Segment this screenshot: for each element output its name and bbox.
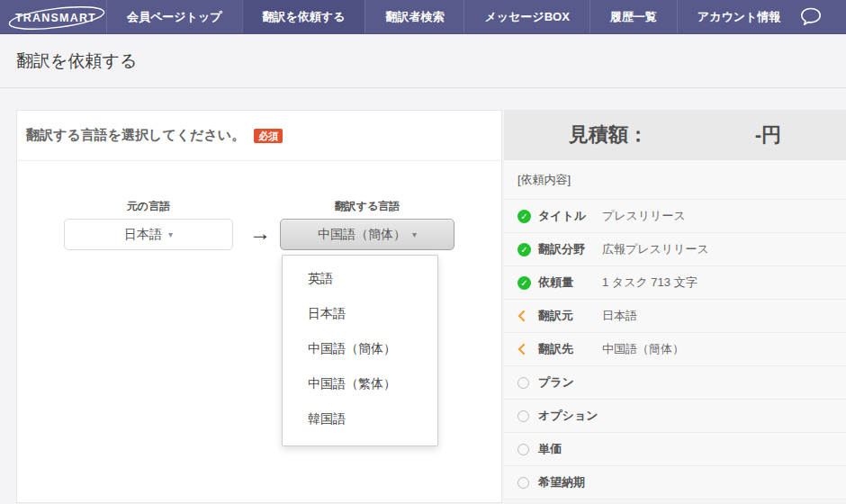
empty-circle-icon (518, 477, 529, 489)
row-value: 日本語 (602, 308, 637, 324)
nav-item-history[interactable]: 履歴一覧 (590, 0, 677, 33)
empty-circle-icon (518, 377, 529, 389)
logo-text: TRANSMART (15, 12, 96, 24)
card-header: 翻訳する言語を選択してください。 必須 (17, 111, 501, 161)
summary-row-unit-price[interactable]: 単価 (504, 433, 846, 466)
dropdown-option-korean[interactable]: 韓国語 (283, 401, 437, 436)
empty-circle-icon (518, 444, 529, 455)
source-language-select[interactable]: 日本語 ▾ (64, 219, 233, 250)
required-badge: 必須 (254, 129, 283, 143)
target-language-label: 翻訳する言語 (280, 199, 454, 214)
nav-item-message-box[interactable]: メッセージBOX (464, 0, 589, 33)
row-value: 中国語（簡体） (602, 341, 684, 357)
nav-item-translator-search[interactable]: 翻訳者検索 (364, 0, 464, 33)
transmart-logo[interactable]: TRANSMART (0, 0, 106, 33)
check-icon: ✓ (518, 243, 531, 256)
nav-item-member-top[interactable]: 会員ページトップ (106, 0, 242, 33)
summary-row-field[interactable]: ✓ 翻訳分野 広報プレスリリース (504, 233, 846, 266)
row-label: オプション (538, 408, 602, 424)
chevron-left-icon (518, 344, 538, 355)
caret-down-icon: ▾ (168, 230, 173, 239)
row-label: タイトル (538, 208, 602, 224)
nav-item-account-info[interactable]: アカウント情報 (677, 0, 801, 33)
row-label: 希望納期 (538, 474, 602, 490)
row-label: プラン (538, 374, 602, 391)
content-area: 翻訳する言語を選択してください。 必須 元の言語 翻訳する言語 日本語 ▾ → … (0, 88, 846, 503)
summary-row-source-language[interactable]: 翻訳元 日本語 (504, 300, 846, 333)
row-value: プレスリリース (602, 208, 686, 224)
page-title: 翻訳を依頼する (16, 50, 137, 73)
chat-bubble-icon[interactable] (800, 7, 822, 26)
dropdown-option-chinese-simplified[interactable]: 中国語（簡体） (283, 331, 437, 366)
dropdown-option-japanese[interactable]: 日本語 (283, 296, 437, 331)
summary-row-plan[interactable]: プラン (504, 366, 846, 400)
summary-row-desired-deadline[interactable]: 希望納期 (504, 466, 846, 500)
target-language-select[interactable]: 中国語（簡体） ▾ (280, 219, 454, 250)
request-summary-section-label: [依頼内容] (504, 160, 846, 200)
source-language-label: 元の言語 (64, 199, 233, 214)
main-column: 翻訳する言語を選択してください。 必須 元の言語 翻訳する言語 日本語 ▾ → … (0, 88, 504, 503)
row-label: 翻訳元 (538, 308, 602, 324)
row-label: 翻訳分野 (538, 241, 602, 257)
language-form-area: 元の言語 翻訳する言語 日本語 ▾ → 中国語（簡体） ▾ 英語 日本語 中国語… (17, 161, 501, 503)
estimate-label: 見積額： (569, 122, 648, 148)
row-value: 1 タスク 713 文字 (602, 274, 698, 291)
dropdown-option-chinese-traditional[interactable]: 中国語（繁体） (283, 366, 437, 401)
top-navbar: TRANSMART 会員ページトップ 翻訳を依頼する 翻訳者検索 メッセージBO… (0, 0, 846, 34)
row-label: 翻訳先 (538, 341, 602, 357)
target-language-value: 中国語（簡体） (318, 227, 406, 243)
page-title-bar: 翻訳を依頼する (0, 34, 846, 88)
nav-item-request-translation[interactable]: 翻訳を依頼する (242, 0, 365, 33)
summary-row-title[interactable]: ✓ タイトル プレスリリース (504, 200, 846, 233)
empty-circle-icon (518, 410, 529, 422)
estimate-value: -円 (755, 122, 781, 148)
summary-row-target-language[interactable]: 翻訳先 中国語（簡体） (504, 333, 846, 366)
arrow-right-icon: → (240, 220, 280, 246)
estimate-sidebar: 見積額： -円 [依頼内容] ✓ タイトル プレスリリース ✓ 翻訳分野 広報プ… (504, 88, 846, 503)
dropdown-option-english[interactable]: 英語 (283, 261, 437, 296)
request-summary: [依頼内容] ✓ タイトル プレスリリース ✓ 翻訳分野 広報プレスリリース ✓… (504, 160, 846, 500)
row-value: 広報プレスリリース (602, 241, 709, 257)
check-icon: ✓ (518, 276, 531, 290)
summary-row-volume[interactable]: ✓ 依頼量 1 タスク 713 文字 (504, 266, 846, 300)
chevron-left-icon (518, 310, 538, 321)
check-icon: ✓ (518, 210, 531, 223)
caret-down-icon: ▾ (412, 230, 417, 239)
card-heading: 翻訳する言語を選択してください。 (26, 127, 245, 144)
language-select-card: 翻訳する言語を選択してください。 必須 元の言語 翻訳する言語 日本語 ▾ → … (16, 110, 502, 503)
source-language-value: 日本語 (124, 227, 162, 243)
row-label: 依頼量 (538, 274, 602, 291)
estimate-header: 見積額： -円 (504, 110, 846, 160)
row-label: 単価 (538, 441, 602, 457)
target-language-dropdown: 英語 日本語 中国語（簡体） 中国語（繁体） 韓国語 (282, 255, 438, 446)
summary-row-option[interactable]: オプション (504, 400, 846, 433)
logo-swoosh-icon: TRANSMART (7, 4, 106, 30)
